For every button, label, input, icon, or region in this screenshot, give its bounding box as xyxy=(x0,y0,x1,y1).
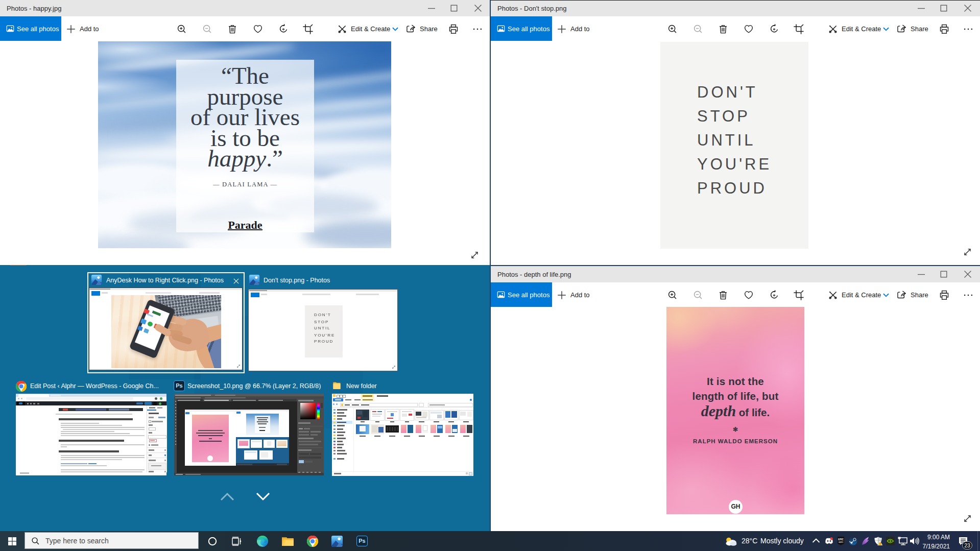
svg-text:EPIC: EPIC xyxy=(838,538,844,541)
svg-text:GAMES: GAMES xyxy=(839,541,844,543)
